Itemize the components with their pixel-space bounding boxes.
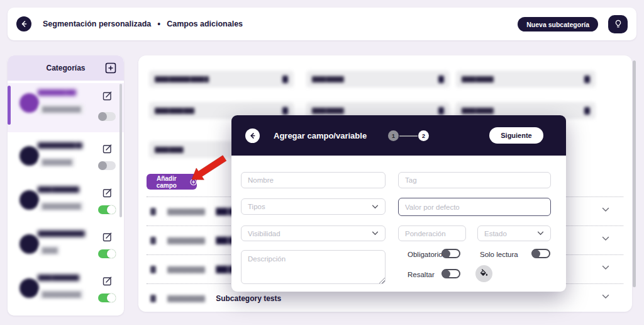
arrow-left-icon [20,20,28,28]
top-bar: Segmentación personalizada • Campos adic… [8,8,636,40]
trash-icon[interactable] [282,76,288,83]
blurred-field-text: ████ ████ ███ [155,108,282,114]
arrow-left-icon [249,132,256,139]
edit-category-button[interactable] [103,232,113,242]
step-connector [399,135,418,137]
blurred-field-text: ████ █████ [312,108,438,114]
chevron-down-icon[interactable] [602,265,609,270]
field-row-label-blurred: ███████████ [167,237,204,244]
category-subtitle-blurred: █████████████ [39,202,84,211]
blurred-field-text: ████ █████ [462,76,584,83]
chevron-down-icon[interactable] [602,236,609,241]
chevron-down-icon[interactable] [602,207,609,212]
blurred-field[interactable]: ████ █████ [306,71,450,88]
resaltar-toggle[interactable] [441,269,460,278]
visibilidad-placeholder: Visibilidad [248,230,280,237]
category-subtitle-blurred: █████████████ [39,290,84,299]
trash-icon[interactable] [282,107,288,115]
field-type-icon [150,237,156,244]
modal-back-button[interactable] [245,128,260,143]
blurred-field-text: ████ ██████ ████ █ [155,76,282,83]
tag-input[interactable] [398,172,551,188]
add-field-modal: Agregar campo/variable 1 2 Siguiente Tip… [231,115,566,292]
visibilidad-select[interactable]: Visibilidad [241,225,386,241]
next-button[interactable]: Siguiente [489,127,543,144]
step-1-badge: 1 [388,130,399,141]
breadcrumb-current: Campos adicionales [167,20,243,28]
category-item[interactable]: ████ ████████ █████████████ [8,180,124,225]
category-avatar [19,146,39,166]
category-enabled-toggle[interactable] [98,249,116,258]
solo-lectura-toggle[interactable] [531,249,550,258]
chevron-down-icon [372,205,379,209]
chevron-down-icon [537,231,544,236]
breadcrumb: Segmentación personalizada • Campos adic… [43,20,243,28]
idea-button[interactable] [608,15,628,33]
category-enabled-toggle[interactable] [98,205,116,214]
sidebar-scrollbar[interactable] [119,84,122,217]
category-item[interactable]: ████████ ███ █████████████ [8,83,124,132]
lightbulb-icon [613,19,623,29]
category-enabled-toggle[interactable] [98,294,116,302]
category-item[interactable]: ███████████ ██ ██████████ [8,136,124,181]
add-field-label: Añadir campo [147,175,187,189]
category-enabled-toggle[interactable] [98,161,116,170]
estado-placeholder: Estado [484,230,507,237]
edit-category-button[interactable] [103,276,113,286]
trash-icon[interactable] [438,107,444,115]
fill-color-button[interactable] [475,265,492,282]
descripcion-textarea[interactable] [241,250,386,284]
edit-category-button[interactable] [103,91,113,101]
blurred-field-text: ████ █████ [462,108,584,114]
category-title-blurred: ██████████████ [38,231,85,237]
category-enabled-toggle[interactable] [98,112,116,121]
sidebar-header: Categorías [8,55,124,81]
step-2-badge: 2 [418,130,429,141]
field-row-value: Subcategory tests [216,294,281,303]
app-window: Segmentación personalizada • Campos adic… [0,0,644,325]
tipos-select[interactable]: Tipos [241,198,386,215]
field-row-label-blurred: ███████████ [167,295,204,302]
valor-por-defecto-input[interactable] [398,198,551,216]
page-scrollbar[interactable] [633,60,636,287]
field-type-icon [150,266,156,273]
category-title-blurred: ████████ ███ [38,89,76,96]
category-subtitle-blurred: █████████████ [39,105,84,114]
obligatorio-toggle[interactable] [441,249,460,258]
category-item[interactable]: ██████████████ █████ [8,224,124,270]
category-subtitle-blurred: ██████████ [39,157,75,167]
edit-category-button[interactable] [103,144,113,154]
add-category-button[interactable] [105,62,116,74]
step-indicator: 1 2 [388,130,429,141]
field-type-icon [150,208,156,215]
estado-select[interactable]: Estado [477,225,551,241]
sidebar-title: Categorías [46,64,85,72]
paint-bucket-icon [479,269,489,278]
back-button[interactable] [16,16,31,31]
trash-icon[interactable] [584,107,590,115]
category-avatar [19,278,39,298]
trash-icon[interactable] [438,76,444,83]
blurred-field[interactable]: ████ ██████ ████ █ [149,71,294,88]
ponderacion-input[interactable] [398,225,466,241]
obligatorio-label: Obligatorio [408,251,443,258]
chevron-down-icon[interactable] [602,294,609,299]
breadcrumb-separator: • [157,20,160,28]
modal-title: Agregar campo/variable [274,131,367,140]
field-type-icon [150,295,156,302]
resaltar-label: Resaltar [408,271,435,278]
category-avatar [19,234,39,254]
category-avatar [19,93,39,113]
category-title-blurred: ████ ████████ [38,186,79,193]
nombre-input[interactable] [241,172,386,188]
edit-category-button[interactable] [103,188,113,198]
modal-header: Agregar campo/variable 1 2 Siguiente [231,115,566,156]
new-subcategory-button[interactable]: Nueva subcategoría [518,17,598,31]
blurred-field[interactable]: ████ █████ [456,71,596,88]
blurred-field-text: ████ █████ [312,76,438,83]
chevron-down-icon [372,231,379,236]
trash-icon[interactable] [584,76,590,83]
categories-sidebar: Categorías ████████ ███ █████████████ ██… [8,55,124,316]
category-item[interactable]: ████ ████████ █████████████ [8,268,124,314]
breadcrumb-parent[interactable]: Segmentación personalizada [43,20,151,28]
